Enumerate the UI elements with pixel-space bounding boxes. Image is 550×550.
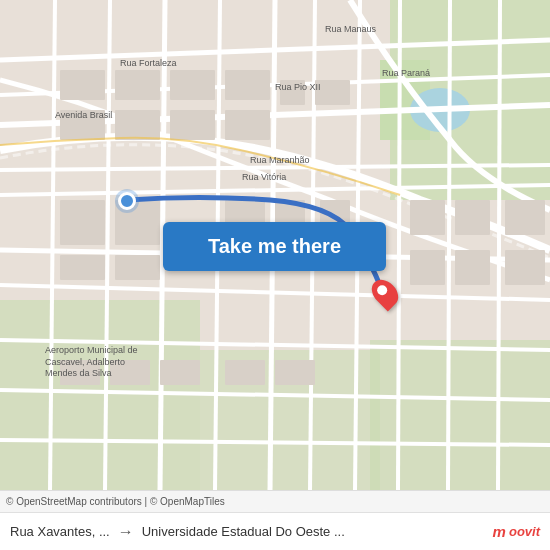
origin-marker — [118, 192, 136, 210]
destination-marker — [374, 278, 396, 308]
bottom-bar: Rua Xavantes, ... → Universidade Estadua… — [0, 512, 550, 550]
take-me-there-button[interactable]: Take me there — [163, 222, 386, 271]
attribution-bar: © OpenStreetMap contributors | © OpenMap… — [0, 490, 550, 512]
logo-m: m — [493, 523, 506, 540]
logo-text: oovit — [509, 524, 540, 539]
map-container: Rua Fortaleza Avenida Brasil Rua Manaus … — [0, 0, 550, 490]
route-to: Universidade Estadual Do Oeste ... — [142, 524, 485, 539]
route-from: Rua Xavantes, ... — [10, 524, 110, 539]
attribution-text: © OpenStreetMap contributors | © OpenMap… — [6, 496, 225, 507]
route-arrow-icon: → — [118, 523, 134, 541]
moovit-logo: moovit — [493, 523, 540, 540]
